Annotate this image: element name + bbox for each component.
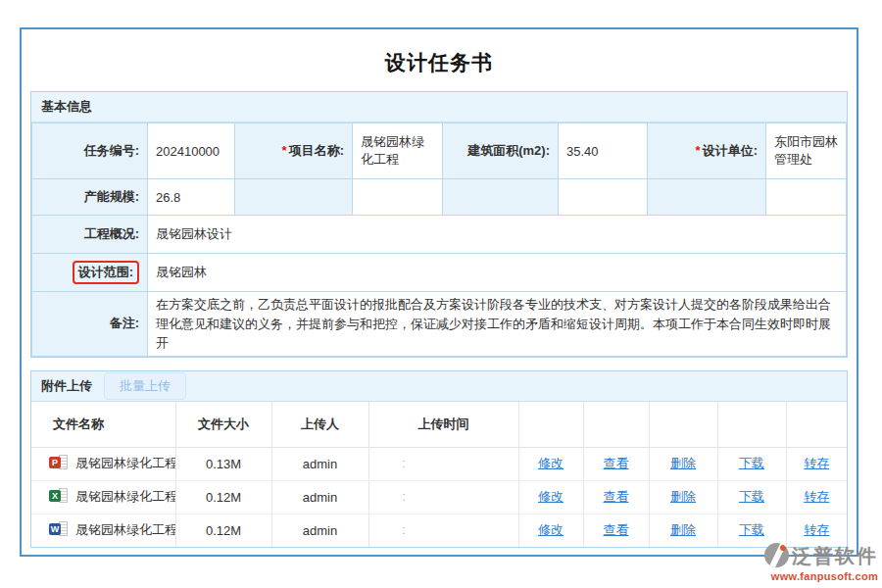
view-link[interactable]: 查看 xyxy=(604,456,629,470)
view-link[interactable]: 查看 xyxy=(604,489,629,504)
project-name-value: 晟铭园林绿化工程 xyxy=(353,123,443,179)
attachment-row: X晟铭园林绿化工程. 0.12M admin : 修改 查看 删除 下载 转存 xyxy=(31,480,847,514)
form-row-2: 产能规模: 26.8 xyxy=(32,179,847,216)
modify-link[interactable]: 修改 xyxy=(538,489,564,504)
basic-info-table: 任务编号: 202410000 *项目名称: 晟铭园林绿化工程 建筑面积(m2)… xyxy=(31,122,847,357)
transfer-link[interactable]: 转存 xyxy=(804,489,829,504)
task-no-value: 202410000 xyxy=(148,123,235,179)
scope-label-highlight-box: 设计范围: xyxy=(73,261,139,284)
ppt-file-icon: P xyxy=(49,455,71,470)
design-unit-label: *设计单位: xyxy=(648,123,766,179)
remark-label: 备注: xyxy=(32,292,148,357)
fanpu-watermark: 泛普软件 www.fanpusoft.com xyxy=(731,543,878,582)
empty-cell xyxy=(235,179,353,216)
col-header-empty xyxy=(518,402,583,448)
col-header-empty xyxy=(717,402,786,448)
required-asterisk: * xyxy=(696,143,701,158)
attachments-section: 附件上传 批量上传 文件名称 文件大小 上传人 上传时间 P晟铭园林绿化工程. xyxy=(30,370,848,548)
delete-link[interactable]: 删除 xyxy=(670,456,696,470)
attachments-table: 文件名称 文件大小 上传人 上传时间 P晟铭园林绿化工程. 0.13M admi… xyxy=(31,402,847,547)
download-link[interactable]: 下载 xyxy=(739,456,764,470)
file-size-cell: 0.13M xyxy=(175,447,271,480)
required-asterisk: * xyxy=(282,143,287,158)
file-name-cell: P晟铭园林绿化工程. xyxy=(31,447,175,480)
download-link[interactable]: 下载 xyxy=(739,522,764,537)
transfer-link[interactable]: 转存 xyxy=(804,522,829,537)
word-file-icon: W xyxy=(49,521,71,537)
document-frame: 设计任务书 基本信息 任务编号: 202410000 *项目名称: 晟铭园林绿化… xyxy=(20,27,858,557)
col-header-empty xyxy=(649,402,717,448)
upload-time-cell: : xyxy=(368,514,518,547)
attachment-row: P晟铭园林绿化工程. 0.13M admin : 修改 查看 删除 下载 转存 xyxy=(31,447,847,480)
attachments-section-header: 附件上传 批量上传 xyxy=(31,371,847,402)
empty-cell xyxy=(766,179,847,216)
file-name-cell: X晟铭园林绿化工程. xyxy=(31,480,175,514)
capacity-value: 26.8 xyxy=(148,179,235,216)
form-row-3: 工程概况: 晟铭园林设计 xyxy=(32,216,847,254)
build-area-label: 建筑面积(m2): xyxy=(443,123,559,179)
overview-value: 晟铭园林设计 xyxy=(148,216,847,254)
basic-info-section: 基本信息 任务编号: 202410000 *项目名称: 晟铭园林绿化工程 建筑面… xyxy=(30,91,848,358)
file-name-text: 晟铭园林绿化工程. xyxy=(75,456,175,470)
form-row-4: 设计范围: 晟铭园林 xyxy=(32,254,847,292)
file-name-text: 晟铭园林绿化工程. xyxy=(75,522,175,537)
remark-value: 在方案交底之前，乙负责总平面设计的报批配合及方案设计阶段各专业的技术支、对方案设… xyxy=(148,292,847,357)
excel-file-icon: X xyxy=(49,488,71,504)
view-link[interactable]: 查看 xyxy=(604,522,629,537)
transfer-link[interactable]: 转存 xyxy=(804,456,829,470)
page-title: 设计任务书 xyxy=(22,29,857,91)
file-name-text: 晟铭园林绿化工程. xyxy=(75,489,175,504)
attachment-row: W晟铭园林绿化工程. 0.12M admin : 修改 查看 删除 下载 转存 xyxy=(31,514,847,547)
design-unit-label-text: 设计单位: xyxy=(703,143,758,158)
col-header-upload-time: 上传时间 xyxy=(368,402,518,448)
fanpu-brand-text: 泛普软件 xyxy=(792,546,878,565)
col-header-file-name: 文件名称 xyxy=(31,402,175,448)
form-row-1: 任务编号: 202410000 *项目名称: 晟铭园林绿化工程 建筑面积(m2)… xyxy=(32,123,847,179)
upload-time-cell: : xyxy=(368,447,518,480)
attachments-header-row: 文件名称 文件大小 上传人 上传时间 xyxy=(31,402,847,448)
empty-cell xyxy=(559,179,648,216)
col-header-empty xyxy=(583,402,649,448)
file-name-cell: W晟铭园林绿化工程. xyxy=(31,514,175,547)
upload-time-cell: : xyxy=(368,480,518,514)
modify-link[interactable]: 修改 xyxy=(538,456,564,470)
fanpu-logo-icon xyxy=(764,543,789,567)
scope-label: 设计范围: xyxy=(32,254,148,292)
empty-cell xyxy=(648,179,766,216)
delete-link[interactable]: 删除 xyxy=(670,489,696,504)
col-header-empty xyxy=(786,402,847,448)
build-area-value: 35.40 xyxy=(559,123,648,179)
empty-cell xyxy=(443,179,559,216)
delete-link[interactable]: 删除 xyxy=(670,522,696,537)
uploader-cell: admin xyxy=(271,514,368,547)
file-size-cell: 0.12M xyxy=(175,514,271,547)
project-name-label-text: 项目名称: xyxy=(289,143,344,158)
batch-upload-button[interactable]: 批量上传 xyxy=(104,372,186,400)
file-size-cell: 0.12M xyxy=(175,480,271,514)
col-header-uploader: 上传人 xyxy=(271,402,368,448)
scope-value: 晟铭园林 xyxy=(148,254,847,292)
modify-link[interactable]: 修改 xyxy=(538,522,564,537)
project-name-label: *项目名称: xyxy=(235,123,353,179)
basic-info-section-header: 基本信息 xyxy=(31,92,847,122)
task-no-label: 任务编号: xyxy=(32,123,148,179)
download-link[interactable]: 下载 xyxy=(739,489,764,504)
design-unit-value: 东阳市园林管理处 xyxy=(766,123,847,179)
empty-cell xyxy=(353,179,443,216)
attachments-section-title: 附件上传 xyxy=(41,377,92,395)
col-header-file-size: 文件大小 xyxy=(175,402,271,448)
overview-label: 工程概况: xyxy=(32,216,148,254)
uploader-cell: admin xyxy=(271,447,368,480)
uploader-cell: admin xyxy=(271,480,368,514)
fanpu-url-text: www.fanpusoft.com xyxy=(731,570,878,582)
form-row-5: 备注: 在方案交底之前，乙负责总平面设计的报批配合及方案设计阶段各专业的技术支、… xyxy=(32,292,847,357)
capacity-label: 产能规模: xyxy=(32,179,148,216)
